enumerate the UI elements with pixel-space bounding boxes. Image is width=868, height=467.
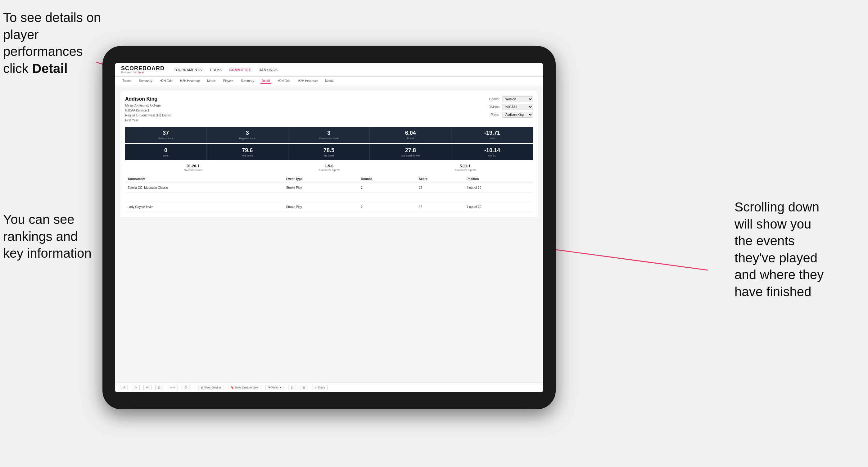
player-info: Addison King Mesa Community College NJCA…	[125, 96, 172, 123]
share-button[interactable]: ⤢ Share	[312, 385, 328, 390]
logo-scoreboard: SCOREBOARD	[121, 65, 164, 71]
nav-committee[interactable]: COMMITTEE	[229, 68, 251, 72]
stat-avg-score-label: Avg Score	[209, 154, 286, 157]
tablet-screen: SCOREBOARD Powered by clippd TOURNAMENTS…	[115, 63, 543, 392]
stat-national-rank-label: National Rank	[128, 137, 204, 140]
score: 17	[416, 183, 464, 193]
refresh-button[interactable]: ⟳	[144, 385, 152, 390]
subnav-summary2[interactable]: Summary	[240, 79, 255, 84]
logo-area: SCOREBOARD Powered by clippd	[121, 65, 164, 74]
stat-avg-sg-value: -10.14	[454, 147, 531, 154]
subnav-h2h-grid1[interactable]: H2H Grid	[158, 79, 174, 84]
stat-wins: 0 Wins	[125, 144, 207, 160]
stat-sos-value: -19.71	[454, 130, 531, 136]
subnav-h2h-heatmap2[interactable]: H2H Heatmap	[297, 79, 319, 84]
stat-points-label: Points	[372, 137, 448, 140]
stat-conference-rank-value: 3	[291, 130, 367, 136]
record-top25-label: Record vs top 25	[318, 168, 340, 172]
division-label: Division	[489, 105, 499, 109]
stat-adj-score-value: 78.5	[291, 147, 367, 154]
col-tournament: Tournament	[125, 176, 284, 183]
redo-button[interactable]: ↻	[132, 385, 140, 390]
subnav-h2h-heatmap1[interactable]: H2H Heatmap	[179, 79, 201, 84]
stat-national-rank-value: 37	[128, 130, 204, 136]
rounds: 2	[358, 202, 416, 212]
clock-button[interactable]: ⏱	[182, 385, 190, 390]
save-custom-view-button[interactable]: 🔖 Save Custom View	[228, 385, 261, 390]
player-division: NJCAA Division 1	[125, 109, 149, 112]
view-original-button[interactable]: ⊞ View: Original	[198, 385, 224, 390]
stat-avg-score-par-label: Avg Score to Par	[372, 154, 448, 157]
gender-filter-row: Gender Women	[489, 96, 533, 102]
annotation-right: Scrolling down will show you the events …	[735, 199, 865, 301]
stat-avg-sg: -10.14 Avg SG	[452, 144, 533, 160]
table-row	[125, 193, 533, 202]
subnav-matrix1[interactable]: Matrix	[206, 79, 217, 84]
record-top25-value: 1-5-0	[261, 164, 397, 168]
svg-line-3	[547, 248, 708, 270]
stat-avg-score: 79.6 Avg Score	[207, 144, 288, 160]
overall-record-value: 91-20-1	[125, 164, 261, 168]
player-filters: Gender Women Division NJCAA I	[489, 96, 533, 123]
subnav-matrix2[interactable]: Matrix	[324, 79, 335, 84]
stat-adj-score: 78.5 Adj Score	[288, 144, 370, 160]
grid-button[interactable]: ⊡	[155, 385, 163, 390]
undo-button[interactable]: ↺	[120, 385, 128, 390]
stat-avg-sg-label: Avg SG	[454, 154, 531, 157]
event-type: Stroke Play	[284, 183, 359, 193]
stat-adj-score-label: Adj Score	[291, 154, 367, 157]
zoom-button[interactable]: — +	[167, 385, 178, 390]
gender-select[interactable]: Women	[502, 96, 533, 102]
app-toolbar: ↺ ↻ ⟳ ⊡ — + ⏱ | ⊞ View: Original 🔖 Save …	[115, 382, 543, 392]
subnav-summary1[interactable]: Summary	[137, 79, 153, 84]
player-filter-row: Player Addison King	[491, 112, 533, 118]
subnav-h2h-grid2[interactable]: H2H Grid	[276, 79, 292, 84]
player-region: Region 1 - Southwest (18) District	[125, 114, 172, 117]
main-nav: TOURNAMENTS TEAMS COMMITTEE RANKINGS	[174, 68, 278, 72]
player-panel: Addison King Mesa Community College NJCA…	[120, 91, 538, 217]
monitor-button[interactable]: ⊡	[288, 385, 296, 390]
score: 16	[416, 202, 464, 212]
stat-regional-rank: 3 Regional Rank	[207, 127, 288, 143]
record-top25: 1-5-0 Record vs top 25	[261, 164, 397, 172]
col-rounds: Rounds	[358, 176, 416, 183]
stat-wins-label: Wins	[128, 154, 204, 157]
logo-powered: Powered by clippd	[121, 71, 164, 74]
records-row: 91-20-1 Overall Record 1-5-0 Record vs t…	[125, 164, 533, 172]
table-row: Lady Coyote Invite Stroke Play 2 16 7 ou…	[125, 202, 533, 212]
app-header: SCOREBOARD Powered by clippd TOURNAMENTS…	[115, 63, 543, 77]
content-area[interactable]: Addison King Mesa Community College NJCA…	[115, 86, 543, 382]
stat-points: 6.04 Points	[370, 127, 452, 143]
nav-teams[interactable]: TEAMS	[209, 68, 222, 72]
player-college: Mesa Community College	[125, 104, 161, 107]
overall-record: 91-20-1 Overall Record	[125, 164, 261, 172]
division-select[interactable]: NJCAA I	[502, 104, 533, 110]
subnav-detail[interactable]: Detail	[260, 79, 271, 84]
tournament-table: Tournament Event Type Rounds Score Posit…	[125, 176, 533, 212]
stat-regional-rank-label: Regional Rank	[209, 137, 286, 140]
stats-row-1: 37 National Rank 3 Regional Rank 3 Confe…	[125, 127, 533, 143]
stat-avg-score-value: 79.6	[209, 147, 286, 154]
player-select[interactable]: Addison King	[502, 112, 533, 118]
stat-regional-rank-value: 3	[209, 130, 286, 136]
col-score: Score	[416, 176, 464, 183]
stat-sos: -19.71 SoS	[452, 127, 533, 143]
gender-label: Gender	[489, 97, 499, 101]
stats-row-2: 0 Wins 79.6 Avg Score 78.5 Adj Score 27.…	[125, 144, 533, 160]
position: 7 out of 20	[464, 202, 533, 212]
nav-tournaments[interactable]: TOURNAMENTS	[174, 68, 202, 72]
stat-avg-score-par: 27.8 Avg Score to Par	[370, 144, 452, 160]
stat-national-rank: 37 National Rank	[125, 127, 207, 143]
sub-nav: Teams Summary H2H Grid H2H Heatmap Matri…	[115, 77, 543, 86]
nav-rankings[interactable]: RANKINGS	[258, 68, 278, 72]
watch-button[interactable]: 👁 Watch ▾	[265, 385, 284, 390]
overall-record-label: Overall Record	[184, 168, 203, 172]
rounds: 2	[358, 183, 416, 193]
record-top50-value: 5-11-1	[397, 164, 533, 168]
event-type: Stroke Play	[284, 202, 359, 212]
stat-wins-value: 0	[128, 147, 204, 154]
col-position: Position	[464, 176, 533, 183]
layout-button[interactable]: ⊞	[300, 385, 308, 390]
subnav-teams[interactable]: Teams	[121, 79, 132, 84]
subnav-players[interactable]: Players	[222, 79, 235, 84]
